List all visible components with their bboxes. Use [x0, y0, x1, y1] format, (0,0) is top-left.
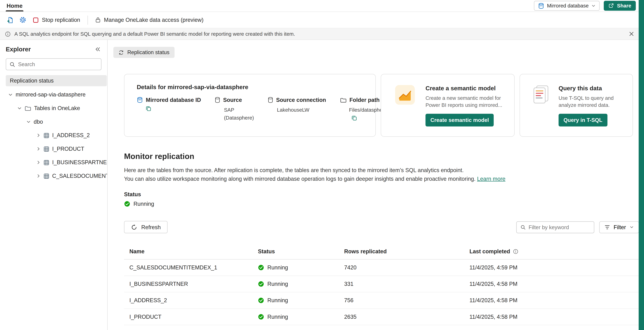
field-label: Source connection — [276, 97, 326, 103]
settings-button[interactable] — [16, 14, 29, 26]
source-value: SAP (Datasphere) — [224, 106, 254, 122]
info-banner-message: A SQL analytics endpoint for SQL queryin… — [14, 31, 295, 37]
document-switch-icon — [7, 17, 14, 23]
mirrored-database-icon — [137, 97, 143, 103]
tree-item-table[interactable]: I_ADDRESS_2 — [0, 128, 107, 142]
filter-controls: Filter — [516, 221, 639, 233]
cell-name: I_PRODUCT — [124, 309, 252, 325]
running-check-icon — [258, 281, 264, 287]
banner-close-button[interactable] — [627, 30, 636, 38]
table-header-row: Name Status Rows replicated Last complet… — [124, 244, 639, 259]
copy-folder-path-button[interactable] — [352, 116, 357, 121]
monitor-replication-description: Here are the tables from the source. Aft… — [124, 166, 639, 183]
table-row[interactable]: I_PRODUCT Running 2635 11/4/2025, 4:58 P… — [124, 309, 639, 325]
query-data-card: Query this data Use T-SQL to query and a… — [520, 74, 633, 137]
table-icon — [44, 146, 49, 152]
page-body: Explorer Replication status m — [0, 40, 644, 330]
status-label: Status — [124, 192, 639, 198]
refresh-button[interactable]: Refresh — [124, 221, 168, 233]
database-icon — [268, 97, 273, 103]
semantic-model-card-text: Create a semantic model Create a new sem… — [426, 85, 506, 136]
column-header-rows-replicated[interactable]: Rows replicated — [339, 244, 464, 259]
cell-rows-replicated: 7420 — [339, 259, 464, 276]
tree-item-schema-dbo[interactable]: dbo — [0, 115, 107, 129]
tree-item-table[interactable]: I_BUSINESSPARTNER — [0, 156, 107, 169]
chevron-right-icon — [36, 174, 41, 178]
semantic-model-card: Create a semantic model Create a new sem… — [381, 74, 514, 137]
source-connection-value: LakehouseLW — [277, 106, 326, 114]
explorer-header: Explorer — [0, 44, 107, 57]
field-mirrored-database-id: Mirrored database ID — [137, 97, 201, 122]
query-in-tsql-button[interactable]: Query in T-SQL — [558, 114, 607, 126]
copy-database-id-button[interactable] — [146, 106, 151, 111]
filter-icon — [605, 225, 610, 229]
query-data-card-title: Query this data — [558, 85, 624, 92]
mirrored-database-icon — [538, 3, 544, 9]
details-card: Details for mirrored-sap-via-datasphere … — [124, 74, 376, 137]
semantic-model-card-title: Create a semantic model — [426, 85, 506, 92]
ribbon-toolbar: Stop replication Manage OneLake data acc… — [0, 12, 644, 28]
explorer-panel: Explorer Replication status m — [0, 40, 108, 330]
database-icon — [215, 97, 220, 103]
tree-item-table[interactable]: I_PRODUCT — [0, 142, 107, 156]
column-header-status[interactable]: Status — [252, 244, 339, 259]
right-edge-rail — [639, 0, 644, 330]
chevron-down-icon — [17, 106, 22, 110]
filter-label: Filter — [614, 224, 626, 230]
chevron-down-icon — [26, 120, 31, 124]
double-chevron-left-icon — [95, 46, 100, 52]
query-document-icon — [532, 85, 550, 136]
cell-last-completed: 11/4/2025, 4:59 PM — [464, 259, 639, 276]
running-check-icon — [124, 201, 130, 207]
stop-icon — [33, 17, 38, 23]
tab-home-label: Home — [6, 2, 22, 9]
table-row[interactable]: C_SALESDOCUMENTITEMDEX_1 Running 7420 11… — [124, 259, 639, 276]
filter-button[interactable]: Filter — [599, 221, 639, 233]
share-button[interactable]: Share — [604, 1, 636, 11]
chevron-right-icon — [36, 133, 41, 138]
close-icon — [629, 32, 634, 36]
manage-onelake-access-button[interactable]: Manage OneLake data access (preview) — [91, 14, 208, 26]
main-content: Replication status Details for mirrored-… — [108, 40, 644, 330]
table-row[interactable]: I_BUSINESSPARTNER Running 331 11/4/2025,… — [124, 276, 639, 292]
create-semantic-model-button[interactable]: Create semantic model — [426, 114, 494, 126]
stop-replication-button[interactable]: Stop replication — [29, 14, 84, 26]
item-type-selector[interactable]: Mirrored database — [534, 1, 600, 11]
stop-replication-label: Stop replication — [42, 17, 80, 23]
search-icon — [520, 224, 526, 230]
field-source: Source SAP (Datasphere) — [215, 97, 254, 122]
tree-item-tables-folder[interactable]: Tables in OneLake — [0, 102, 107, 115]
column-header-name[interactable]: Name — [124, 244, 252, 259]
running-check-icon — [258, 297, 264, 304]
onelake-access-lock-icon — [95, 17, 100, 23]
tab-replication-status[interactable]: Replication status — [113, 47, 174, 58]
chevron-down-icon — [592, 4, 596, 8]
summary-cards: Details for mirrored-sap-via-datasphere … — [124, 74, 639, 137]
refresh-icon — [131, 224, 137, 230]
tree-item-table[interactable]: C_SALESDOCUMENTITEMDEX_1 — [0, 169, 107, 183]
open-item-button[interactable] — [4, 14, 16, 26]
chevron-right-icon — [36, 160, 41, 165]
tree-item-database[interactable]: mirrored-sap-via-datasphere — [0, 88, 107, 102]
query-data-card-text: Query this data Use T-SQL to query and a… — [558, 85, 624, 136]
sidebar-item-replication-status[interactable]: Replication status — [6, 75, 107, 86]
tree-table-label: C_SALESDOCUMENTITEMDEX_1 — [52, 173, 107, 179]
tab-home[interactable]: Home — [6, 0, 23, 12]
table-row[interactable]: I_ADDRESS_2 Running 756 11/4/2025, 4:58 … — [124, 292, 639, 309]
field-source-connection: Source connection LakehouseLW — [268, 97, 326, 122]
tree-folder-label: Tables in OneLake — [34, 105, 80, 111]
search-icon — [10, 62, 15, 67]
learn-more-link[interactable]: Learn more — [477, 176, 506, 182]
chevron-down-icon — [630, 225, 634, 229]
monitor-replication-heading: Monitor replication — [124, 152, 639, 161]
explorer-search — [6, 58, 102, 70]
search-input[interactable] — [18, 61, 98, 67]
tree-table-label: I_ADDRESS_2 — [52, 132, 90, 138]
collapse-explorer-button[interactable] — [95, 46, 100, 52]
keyword-filter-input[interactable] — [528, 224, 590, 230]
column-header-last-completed[interactable]: Last completed — [464, 244, 639, 259]
details-fields: Mirrored database ID — [137, 97, 363, 122]
folder-icon — [24, 105, 31, 111]
cell-rows-replicated: 756 — [339, 292, 464, 309]
copy-icon — [352, 116, 357, 121]
